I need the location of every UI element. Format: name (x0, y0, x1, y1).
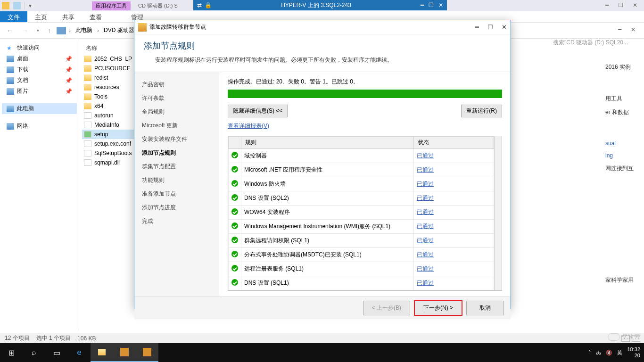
table-row[interactable]: Microsoft .NET 应用程序安全性已通过 (229, 163, 494, 177)
col-status[interactable]: 状态 (414, 137, 494, 149)
hide-details-button[interactable]: 隐藏详细信息(S) << (228, 105, 288, 117)
status-link[interactable]: 已通过 (417, 280, 434, 286)
step-license[interactable]: 许可条款 (134, 91, 219, 105)
step-cluster-config[interactable]: 群集节点配置 (134, 160, 219, 173)
list-item[interactable]: redist (82, 73, 135, 82)
status-link[interactable]: 已通过 (417, 209, 434, 215)
tree-downloads[interactable]: 下载📌 (2, 64, 77, 75)
wiz-maximize-icon[interactable]: ☐ (487, 24, 493, 31)
tree-thispc[interactable]: 此电脑 (2, 103, 77, 114)
search-button[interactable]: ⌕ (23, 343, 45, 362)
table-row[interactable]: WOW64 安装程序已通过 (229, 206, 494, 220)
hv-nav-icon[interactable]: ⇄ (197, 2, 202, 8)
close-icon[interactable]: ✕ (633, 2, 637, 8)
network-icon[interactable]: 🖧 (596, 350, 601, 355)
tab-share[interactable]: 共享 (55, 11, 82, 22)
list-item[interactable]: 2052_CHS_LP (82, 54, 135, 64)
step-progress[interactable]: 添加节点进度 (134, 201, 219, 214)
tree-pictures[interactable]: 图片📌 (2, 86, 77, 97)
hv-maximize-icon[interactable]: ❐ (429, 2, 434, 8)
hv-close-icon[interactable]: ✕ (438, 2, 443, 8)
list-item-setup[interactable]: setup (82, 130, 135, 139)
hv-minimize-icon[interactable]: ━ (421, 2, 424, 8)
link-ing[interactable]: ing (605, 152, 613, 159)
status-link[interactable]: 已通过 (417, 152, 434, 159)
table-row[interactable]: 域控制器已通过 (229, 149, 494, 163)
minimize-icon[interactable]: ━ (605, 2, 609, 8)
column-header-name[interactable]: 名称 (82, 42, 135, 54)
step-ms-update[interactable]: Microsoft 更新 (134, 119, 219, 132)
view-report-link[interactable]: 查看详细报表(V) (228, 122, 502, 130)
wizard-titlebar[interactable]: 添加故障转移群集节点 ━ ☐ ✕ (134, 20, 511, 34)
list-item[interactable]: PCUSOURCE (82, 64, 135, 73)
list-item[interactable]: SqlSetupBoots (82, 148, 135, 158)
list-item[interactable]: resources (82, 82, 135, 92)
link-visual[interactable]: sual (605, 140, 616, 147)
cancel-button[interactable]: 取消 (466, 301, 504, 315)
next-button[interactable]: 下一步(N) > (414, 300, 462, 316)
dropdown-icon[interactable]: ▾ (29, 2, 32, 9)
app-tools-tab[interactable]: 应用程序工具 (92, 1, 131, 10)
properties-icon[interactable] (13, 2, 21, 9)
tree-network[interactable]: 网络 (2, 121, 77, 132)
rerun-button[interactable]: 重新运行(R) (461, 105, 502, 117)
step-complete[interactable]: 完成 (134, 214, 219, 228)
wiz-close-icon[interactable]: ✕ (502, 24, 507, 31)
table-row[interactable]: 远程注册表服务 (SQL1)已通过 (229, 262, 494, 276)
back-icon[interactable]: ← (4, 27, 16, 34)
recent-icon[interactable]: ▾ (34, 28, 42, 33)
list-item[interactable]: sqmapi.dll (82, 158, 135, 167)
step-ready[interactable]: 准备添加节点 (134, 187, 219, 201)
tree-quick-access[interactable]: ★快速访问 (2, 42, 77, 53)
crumb-thispc[interactable]: 此电脑 (74, 26, 94, 34)
status-link[interactable]: 已通过 (417, 181, 434, 187)
start-button[interactable]: ⊞ (0, 343, 23, 362)
forward-icon[interactable]: → (19, 27, 31, 34)
explorer-button[interactable] (91, 343, 113, 362)
back-button[interactable]: < 上一步(B) (363, 301, 410, 315)
step-product-key[interactable]: 产品密钥 (134, 78, 219, 91)
exp-minimize-icon[interactable]: ━ (618, 26, 621, 33)
hv-lock-icon[interactable]: 🔒 (205, 2, 212, 8)
taskview-button[interactable]: ▭ (45, 343, 68, 362)
step-global-rules[interactable]: 全局规则 (134, 105, 219, 119)
list-item[interactable]: setup.exe.conf (82, 139, 135, 148)
up-icon[interactable]: ↑ (45, 27, 54, 34)
col-rule[interactable]: 规则 (241, 137, 414, 149)
maximize-icon[interactable]: ☐ (618, 2, 623, 8)
table-row[interactable]: 分布式事务处理协调器(MSDTC)已安装 (SQL1)已通过 (229, 248, 494, 262)
step-add-node-rules[interactable]: 添加节点规则 (134, 146, 219, 160)
status-link[interactable]: 已通过 (417, 223, 434, 230)
table-row[interactable]: Windows Management Instrumentation (WMI)… (229, 220, 494, 234)
volume-icon[interactable]: 🔇 (606, 350, 612, 356)
tab-view[interactable]: 查看 (82, 11, 109, 22)
table-row[interactable]: DNS 设置 (SQL2)已通过 (229, 191, 494, 206)
sql-center-button[interactable] (113, 343, 136, 362)
list-item[interactable]: autorun (82, 111, 135, 120)
clock[interactable]: 18:32 20 (627, 346, 640, 359)
table-row[interactable]: DNS 设置 (SQL1)已通过 (229, 276, 494, 290)
status-link[interactable]: 已通过 (417, 251, 434, 258)
status-link[interactable]: 已通过 (417, 237, 434, 244)
step-feature-rules[interactable]: 功能规则 (134, 173, 219, 187)
ime-indicator[interactable]: 英 (617, 349, 622, 356)
tab-file[interactable]: 文件 (0, 11, 27, 22)
tree-documents[interactable]: 文档📌 (2, 75, 77, 86)
ie-button[interactable]: e (68, 343, 91, 362)
table-row[interactable]: Windows 防火墙已通过 (229, 177, 494, 191)
list-item[interactable]: x64 (82, 101, 135, 111)
table-row[interactable]: 群集远程访问权限 (SQL1)已通过 (229, 234, 494, 248)
scrollbar[interactable] (494, 136, 502, 290)
tree-desktop[interactable]: 桌面📌 (2, 53, 77, 64)
wiz-minimize-icon[interactable]: ━ (475, 24, 479, 31)
sql-setup-button[interactable] (136, 343, 158, 362)
list-item[interactable]: MediaInfo (82, 120, 135, 130)
list-item[interactable]: Tools (82, 92, 135, 101)
status-link[interactable]: 已通过 (417, 265, 434, 272)
status-link[interactable]: 已通过 (417, 166, 434, 173)
tray-up-icon[interactable]: ˄ (588, 350, 591, 356)
exp-close-icon[interactable]: ✕ (631, 26, 636, 33)
status-link[interactable]: 已通过 (417, 195, 434, 201)
tab-home[interactable]: 主页 (27, 11, 55, 22)
step-install-setup[interactable]: 安装安装程序文件 (134, 132, 219, 146)
